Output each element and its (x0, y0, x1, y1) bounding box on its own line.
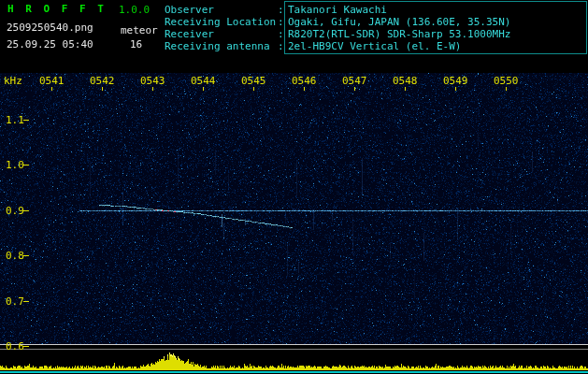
info-value: 2el-HB9CV Vertical (el. E-W) (288, 40, 461, 52)
time-label-0542: 0542 (90, 75, 115, 87)
info-separator: : (278, 40, 284, 52)
info-row-observer: Observer : Takanori Kawachi (0, 4, 588, 16)
info-row-location: Receiving Location : Ogaki, Gifu, JAPAN … (0, 16, 588, 28)
time-label-0546: 0546 (292, 75, 317, 87)
info-separator: : (278, 28, 284, 40)
time-label-0547: 0547 (342, 75, 367, 87)
spectrogram-canvas (0, 0, 588, 374)
info-row-antenna: Receiving antenna : 2el-HB9CV Vertical (… (0, 40, 588, 52)
y-axis-unit: kHz (4, 75, 22, 87)
info-value: Ogaki, Gifu, JAPAN (136.60E, 35.35N) (288, 16, 510, 28)
time-label-0545: 0545 (241, 75, 266, 87)
hrofft-window: H R O F F T 1.0.0 2509250540.png meteor … (0, 0, 588, 374)
info-value: Takanori Kawachi (288, 4, 387, 16)
freq-label-0-6: 0.6 (6, 340, 24, 352)
info-label: Receiving antenna (165, 40, 270, 52)
freq-label-0-9: 0.9 (6, 205, 24, 217)
freq-label-1-0: 1.0 (6, 159, 24, 171)
freq-label-1-1: 1.1 (6, 114, 24, 126)
info-row-receiver: Receiver : R820T2(RTL-SDR) SDR-Sharp 53.… (0, 28, 588, 40)
time-label-0549: 0549 (443, 75, 468, 87)
time-label-0541: 0541 (39, 75, 65, 87)
freq-label-0-8: 0.8 (6, 250, 24, 262)
freq-label-0-7: 0.7 (6, 295, 24, 308)
info-value: R820T2(RTL-SDR) SDR-Sharp 53.1000MHz (288, 28, 510, 40)
info-separator: : (278, 4, 284, 16)
info-label: Observer (165, 4, 214, 16)
info-separator: : (278, 16, 284, 28)
info-label: Receiving Location (165, 16, 276, 28)
time-label-0548: 0548 (393, 75, 418, 87)
time-label-0544: 0544 (191, 75, 216, 87)
time-label-0543: 0543 (140, 75, 165, 87)
info-label: Receiver (165, 28, 214, 40)
time-label-0550: 0550 (494, 75, 519, 87)
